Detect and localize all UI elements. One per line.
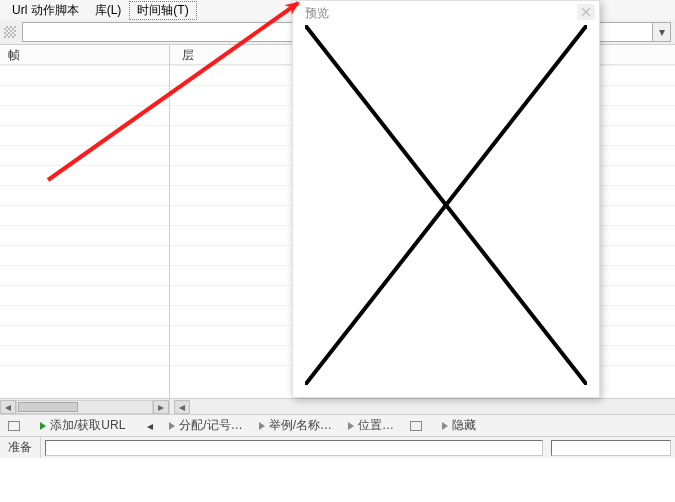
action-label: 分配/记号… <box>179 417 242 434</box>
preview-title: 预览 <box>305 5 329 22</box>
menu-url-action-script[interactable]: Url 动作脚本 <box>4 1 87 20</box>
triangle-icon <box>259 422 265 430</box>
chevron-left-icon: ◂ <box>5 400 11 414</box>
frames-panel-header: 帧 <box>0 45 169 65</box>
chevron-down-icon: ▾ <box>659 25 665 39</box>
frames-panel: 帧 ◂ ▸ <box>0 44 170 414</box>
scroll-thumb[interactable] <box>18 402 78 412</box>
frames-list[interactable] <box>0 65 169 383</box>
status-field-1 <box>45 440 543 456</box>
chevron-left-icon: ◂ <box>147 419 153 433</box>
status-field-2 <box>551 440 671 456</box>
action-label: 位置… <box>358 417 394 434</box>
action-hide[interactable]: 隐藏 <box>434 417 484 434</box>
menu-label: Url 动作脚本 <box>12 3 79 17</box>
tool-icon-placeholder[interactable] <box>4 26 16 38</box>
preview-popup: 预览 <box>292 0 600 398</box>
layers-footer: ◂ <box>170 398 675 414</box>
triangle-icon <box>169 422 175 430</box>
status-ready: 准备 <box>0 437 41 458</box>
play-icon <box>40 422 46 430</box>
action-label: 举例/名称… <box>269 417 332 434</box>
menu-label: 时间轴(T) <box>137 3 188 17</box>
scroll-left-button[interactable]: ◂ <box>0 400 16 414</box>
action-example[interactable]: 举例/名称… <box>251 417 340 434</box>
action-rect[interactable] <box>402 421 434 431</box>
action-label: 隐藏 <box>452 417 476 434</box>
chevron-right-icon: ▸ <box>158 400 164 414</box>
status-text: 准备 <box>8 439 32 456</box>
menu-library[interactable]: 库(L) <box>87 1 130 20</box>
action-segment-icon[interactable] <box>0 421 32 431</box>
preview-canvas <box>305 25 587 385</box>
action-bar: 添加/获取URL ◂ 分配/记号… 举例/名称… 位置… 隐藏 <box>0 414 675 436</box>
action-position[interactable]: 位置… <box>340 417 402 434</box>
frames-scrollbar[interactable]: ◂ ▸ <box>0 398 169 414</box>
triangle-icon <box>348 422 354 430</box>
scroll-track[interactable] <box>16 400 153 414</box>
menu-label: 库(L) <box>95 3 122 17</box>
chevron-left-icon: ◂ <box>179 400 185 414</box>
preview-x-graphic <box>305 25 587 385</box>
scroll-right-button[interactable]: ▸ <box>153 400 169 414</box>
menu-timeline[interactable]: 时间轴(T) <box>129 1 196 20</box>
action-label: 添加/获取URL <box>50 417 125 434</box>
triangle-icon <box>442 422 448 430</box>
status-fill <box>41 437 675 458</box>
address-combo-dropdown-button[interactable]: ▾ <box>652 23 670 41</box>
action-nav-left[interactable]: ◂ <box>139 419 161 433</box>
status-bar: 准备 <box>0 436 675 458</box>
action-add-get-url[interactable]: 添加/获取URL <box>32 417 133 434</box>
close-icon <box>581 7 591 17</box>
rect-icon <box>410 421 422 431</box>
segment-icon <box>8 421 20 431</box>
preview-close-button[interactable] <box>577 4 595 20</box>
action-assign[interactable]: 分配/记号… <box>161 417 250 434</box>
layers-scroll-left[interactable]: ◂ <box>174 400 190 414</box>
